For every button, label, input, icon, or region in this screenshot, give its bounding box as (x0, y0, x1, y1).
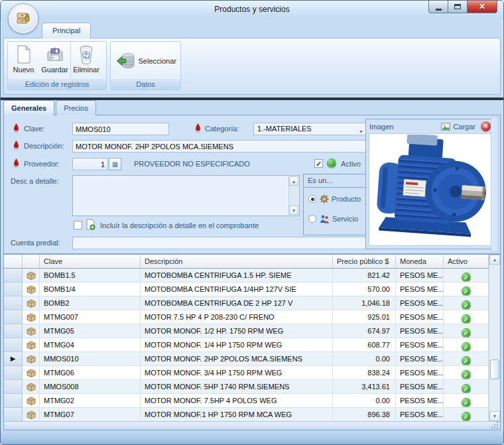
cell-moneda[interactable]: PESOS ME... (396, 394, 444, 408)
cell-descripcion[interactable]: MOTOR MONOF. 5HP 1740 RPM.SIEMENS (141, 380, 333, 394)
activo-checkbox[interactable]: ✓ (314, 159, 323, 168)
cell-activo[interactable]: ✓ (444, 408, 489, 422)
cell-precio[interactable]: 608.77 (333, 338, 396, 352)
cell-clave[interactable]: MTMG007 (40, 310, 141, 324)
incluir-checkbox[interactable] (74, 221, 82, 229)
cell-precio[interactable]: 1,046.18 (333, 296, 396, 310)
table-row[interactable]: MTMG05MOTOR MONOF. 1/2 HP. 1750 RPM WEG6… (4, 324, 489, 338)
row-selector[interactable] (4, 324, 23, 338)
proveedor-input[interactable] (72, 158, 108, 170)
seleccionar-button[interactable]: Seleccionar (111, 42, 180, 80)
cell-moneda[interactable]: PESOS ME... (396, 380, 444, 394)
cell-moneda[interactable]: PESOS ME... (396, 296, 444, 310)
proveedor-browse-button[interactable]: ▦ (109, 158, 121, 170)
cell-moneda[interactable]: PESOS ME... (396, 310, 444, 324)
row-selector[interactable] (4, 380, 23, 394)
cell-moneda[interactable]: PESOS ME... (396, 324, 444, 338)
cell-activo[interactable]: ✓ (444, 366, 489, 380)
cell-clave[interactable]: MTMG07 (40, 408, 141, 422)
cell-moneda[interactable]: PESOS ME... (396, 352, 444, 366)
cell-clave[interactable]: MTMG06 (40, 366, 141, 380)
cell-moneda[interactable]: PESOS ME... (396, 366, 444, 380)
row-selector[interactable] (4, 394, 23, 408)
cell-descripcion[interactable]: MOTOR MONOF. 3/4 HP 1750 RPM WEG (141, 366, 333, 380)
cargar-button[interactable]: Cargar (441, 123, 475, 131)
cell-activo[interactable]: ✓ (444, 310, 489, 324)
cell-descripcion[interactable]: MOTOBOMBA CENTRIFUGA 1/4HP 127V SIE (141, 283, 333, 296)
clave-input[interactable] (72, 123, 169, 135)
table-row[interactable]: MTMG02MOTOR MONOF. 7.5HP 4 POLOS WEG0.00… (4, 394, 489, 408)
cell-descripcion[interactable]: MOTOR MONOF. 7.5HP 4 POLOS WEG (141, 394, 333, 408)
cell-precio[interactable]: 896.38 (333, 408, 396, 422)
tab-generales[interactable]: Generales (3, 100, 54, 115)
cell-descripcion[interactable]: MOTOR MONOF. 1/4 HP 1750 RPM WEG (141, 338, 333, 352)
table-row[interactable]: BOMB2MOTOBOMBA CENTRIFUGA DE 2 HP 127 V1… (4, 296, 489, 310)
cell-activo[interactable]: ✓ (444, 296, 489, 310)
desc-detalle-textarea[interactable]: ▲ ▼ (72, 175, 300, 216)
row-selector[interactable] (4, 296, 23, 310)
cell-moneda[interactable]: PESOS ME... (396, 408, 444, 422)
row-selector[interactable] (4, 338, 23, 352)
row-selector[interactable] (4, 366, 23, 380)
table-row[interactable]: MTMG06MOTOR MONOF. 3/4 HP 1750 RPM WEG83… (4, 366, 489, 380)
row-selector[interactable] (4, 310, 23, 324)
textarea-scrollbar[interactable]: ▲ ▼ (288, 176, 298, 215)
scroll-down-icon[interactable]: ▼ (289, 206, 298, 215)
maximize-button[interactable] (448, 1, 468, 13)
cell-precio[interactable]: 925.01 (333, 310, 396, 324)
tab-precios[interactable]: Precios (56, 100, 96, 115)
cuenta-predial-input[interactable] (72, 237, 366, 249)
cell-precio[interactable]: 821.42 (333, 269, 396, 283)
cell-precio[interactable]: 0.00 (333, 352, 396, 366)
header-precio[interactable]: Precio público $ (333, 255, 396, 269)
row-selector[interactable] (4, 283, 23, 296)
cell-descripcion[interactable]: MOTOR 7.5 HP 4 P 208-230 C/ FRENO (141, 310, 333, 324)
cell-moneda[interactable]: PESOS ME... (396, 338, 444, 352)
table-row[interactable]: BOMB1.5MOTOBOMBA CENTRIFUGA 1.5 HP. SIEM… (4, 269, 489, 283)
cell-activo[interactable]: ✓ (444, 394, 489, 408)
categoria-select[interactable]: 1.-MATERIALES ▼ (253, 123, 366, 135)
descripcion-input[interactable] (72, 140, 366, 153)
cell-clave[interactable]: BOMB1.5 (40, 269, 141, 283)
cell-activo[interactable]: ✓ (444, 269, 489, 283)
cell-moneda[interactable]: PESOS ME... (396, 283, 444, 296)
cell-activo[interactable]: ✓ (444, 352, 489, 366)
app-menu-button[interactable] (8, 3, 38, 34)
remove-image-button[interactable]: ✕ (481, 121, 491, 131)
eliminar-button[interactable]: Eliminar (70, 42, 101, 80)
scroll-down-icon[interactable]: ▼ (489, 411, 500, 421)
nuevo-button[interactable]: Nuevo (8, 42, 39, 80)
cell-clave[interactable]: MTMG04 (40, 338, 141, 352)
cell-clave[interactable]: MMOS010 (40, 352, 141, 366)
header-clave[interactable]: Clave (40, 255, 141, 269)
table-row[interactable]: MTMG007MOTOR 7.5 HP 4 P 208-230 C/ FRENO… (4, 310, 489, 324)
cell-activo[interactable]: ✓ (444, 283, 489, 296)
row-selector[interactable] (4, 408, 23, 422)
cell-precio[interactable]: 674.97 (333, 324, 396, 338)
radio-producto[interactable]: Producto (308, 194, 361, 204)
table-row[interactable]: ▶MMOS010MOTOR MONOF. 2HP 2POLOS MCA.SIEM… (4, 352, 489, 366)
resize-grip[interactable] (491, 422, 499, 429)
cell-clave[interactable]: MTMG05 (40, 324, 141, 338)
ribbon-tab-principal[interactable]: Principal (42, 23, 91, 38)
table-row[interactable]: BOMB1/4MOTOBOMBA CENTRIFUGA 1/4HP 127V S… (4, 283, 489, 296)
scroll-up-icon[interactable]: ▲ (289, 176, 298, 186)
header-moneda[interactable]: Moneda (396, 255, 444, 269)
radio-servicio[interactable]: Servicio (308, 214, 358, 223)
cell-clave[interactable]: MMOS008 (40, 380, 141, 394)
cell-moneda[interactable]: PESOS ME... (396, 269, 444, 283)
table-row[interactable]: MMOS008MOTOR MONOF. 5HP 1740 RPM.SIEMENS… (4, 380, 489, 394)
cell-descripcion[interactable]: MOTOR MONOF. 2HP 2POLOS MCA.SIEMENS (141, 352, 333, 366)
table-row[interactable]: MTMG07MOTOR MONOF.1 HP 1750 RPM MCA WEG8… (4, 408, 489, 422)
header-activo[interactable]: Activo (444, 255, 489, 269)
cell-descripcion[interactable]: MOTOBOMBA CENTRIFUGA 1.5 HP. SIEME (141, 269, 333, 283)
cell-activo[interactable]: ✓ (444, 380, 489, 394)
form-scrollbar[interactable] (491, 117, 499, 252)
minimize-button[interactable] (428, 1, 448, 13)
row-selector[interactable] (4, 269, 23, 283)
row-selector[interactable]: ▶ (4, 352, 23, 366)
cell-clave[interactable]: BOMB2 (40, 296, 141, 310)
cell-precio[interactable]: 570.00 (333, 283, 396, 296)
cell-clave[interactable]: MTMG02 (40, 394, 141, 408)
cell-descripcion[interactable]: MOTOR MONOF. 1/2 HP. 1750 RPM WEG (141, 324, 333, 338)
